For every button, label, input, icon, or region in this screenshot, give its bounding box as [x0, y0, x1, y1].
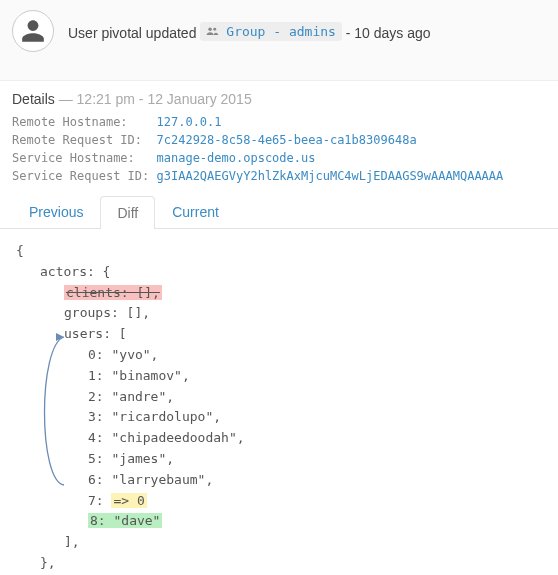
service-request: g3IAA2QAEGVyY2hlZkAxMjcuMC4wLjEDAAGS9wAA… — [157, 169, 504, 183]
details-header: Details — 12:21 pm - 12 January 2015 — [0, 81, 558, 113]
line: 3: "ricardolupo", — [16, 407, 542, 428]
meta-block: Remote Hostname: 127.0.0.1 Remote Reques… — [0, 113, 558, 195]
u7-key: 7: — [88, 493, 111, 508]
group-chip[interactable]: Group - admins — [200, 22, 342, 41]
service-hostname: manage-demo.opscode.us — [157, 151, 316, 165]
moved-span: => 0 — [111, 493, 146, 508]
user-icon — [20, 18, 46, 44]
line: 6: "larryebaum", — [16, 470, 542, 491]
avatar — [12, 10, 54, 52]
svg-point-1 — [214, 28, 217, 31]
line: users: [ — [16, 324, 542, 345]
removed-span: clients: [], — [64, 285, 162, 300]
tab-current[interactable]: Current — [155, 195, 236, 228]
remote-hostname-label: Remote Hostname: — [12, 115, 149, 129]
event-prefix: User pivotal updated — [68, 24, 196, 40]
line: 7: => 0 — [16, 491, 542, 512]
group-label: Group - admins — [226, 24, 336, 39]
line: ], — [16, 532, 542, 553]
service-hostname-label: Service Hostname: — [12, 151, 149, 165]
line: 8: "dave" — [16, 511, 542, 532]
group-icon — [206, 25, 220, 37]
line: 4: "chipadeedoodah", — [16, 428, 542, 449]
line: 0: "yvo", — [16, 345, 542, 366]
remote-request: 7c242928-8c58-4e65-beea-ca1b8309648a — [157, 133, 417, 147]
details-dash: — — [55, 91, 77, 107]
line: 1: "binamov", — [16, 366, 542, 387]
details-time: 12:21 pm - 12 January 2015 — [77, 91, 252, 107]
tabs: Previous Diff Current — [0, 195, 558, 229]
event-description: User pivotal updated Group - admins - 10… — [68, 22, 431, 41]
event-suffix: - 10 days ago — [346, 24, 431, 40]
added-span: 8: "dave" — [88, 513, 162, 528]
tab-diff[interactable]: Diff — [100, 196, 155, 229]
line: actors: { — [16, 262, 542, 283]
line: clients: [], — [16, 283, 542, 304]
line: }, — [16, 553, 542, 574]
event-header: User pivotal updated Group - admins - 10… — [0, 0, 558, 81]
details-label: Details — [12, 91, 55, 107]
remote-request-label: Remote Request ID: — [12, 133, 149, 147]
line: 2: "andre", — [16, 387, 542, 408]
diff-body: { actors: { clients: [], groups: [], use… — [0, 229, 558, 575]
service-request-label: Service Request ID: — [12, 169, 149, 183]
line: { — [16, 241, 542, 262]
svg-point-0 — [209, 28, 213, 32]
tab-previous[interactable]: Previous — [12, 195, 100, 228]
remote-hostname: 127.0.0.1 — [157, 115, 222, 129]
line: 5: "james", — [16, 449, 542, 470]
line: groups: [], — [16, 303, 542, 324]
